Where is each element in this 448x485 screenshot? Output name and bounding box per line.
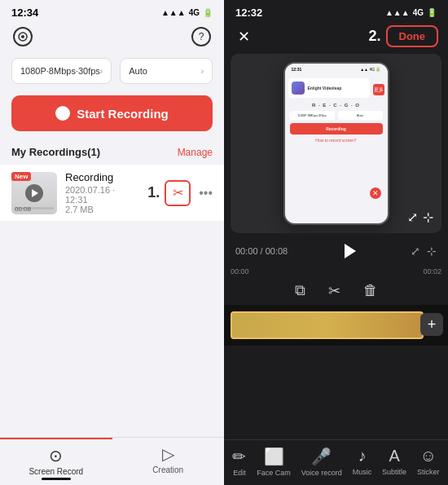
- nav-active-indicator: [42, 478, 71, 480]
- mockup-icons: ▲▲ 4G 🔋: [360, 67, 380, 72]
- music-tool[interactable]: ♪ Music: [353, 447, 372, 477]
- timeline-track[interactable]: [231, 311, 424, 339]
- battery-icon: 🔋: [203, 8, 213, 17]
- subtitle-label: Subtitle: [382, 468, 406, 476]
- timeline-add-button[interactable]: +: [420, 313, 443, 336]
- face-cam-tool[interactable]: ⬜ Face Cam: [257, 447, 291, 477]
- playback-bar: 00:00 / 00:08 ⤢ ⊹: [224, 233, 448, 266]
- record-dot-icon: [55, 106, 70, 121]
- more-options-button[interactable]: •••: [199, 186, 213, 201]
- left-status-bar: 12:34 ▲▲▲ 4G 🔋: [0, 0, 224, 22]
- mockup-app-header: Enlight Videoleap: [288, 78, 370, 98]
- play-overlay[interactable]: [25, 184, 43, 202]
- split-icon[interactable]: ✂: [328, 282, 340, 300]
- timestamp-row: 00:00 00:02: [224, 266, 448, 277]
- creation-icon: ▷: [162, 444, 174, 464]
- recording-info: Recording 2020.07.16 · 12:31 2.7 MB: [65, 171, 139, 214]
- mockup-help-link: How to record screen?: [288, 138, 384, 143]
- mockup-options: 1080P·8Mbps·30fps Auto: [290, 111, 383, 120]
- face-cam-label: Face Cam: [257, 469, 291, 477]
- music-label: Music: [353, 468, 372, 476]
- record-circle-icon[interactable]: [13, 27, 33, 46]
- timeline-area: +: [224, 305, 448, 346]
- nav-screen-record[interactable]: ⊙ Screen Record: [0, 438, 112, 485]
- help-icon[interactable]: ?: [191, 27, 211, 46]
- start-recording-label: Start Recording: [77, 107, 169, 121]
- time-display: 00:00 / 00:08: [235, 246, 288, 256]
- left-options: 1080P·8Mbps·30fps › Auto ›: [0, 58, 224, 84]
- recording-item: New 00:08 Recording 2020.07.16 · 12:31 2…: [0, 165, 224, 221]
- audio-option[interactable]: Auto ›: [120, 58, 213, 84]
- svg-point-1: [21, 35, 24, 38]
- thumbnail-container: New 00:08: [11, 172, 57, 214]
- crop-icon[interactable]: ⊹: [423, 209, 433, 225]
- crop-remove-button[interactable]: ✕: [370, 187, 381, 199]
- recordings-title: My Recordings(1): [11, 146, 100, 158]
- music-icon: ♪: [358, 447, 366, 465]
- copy-icon[interactable]: ⧉: [295, 282, 305, 300]
- quality-option[interactable]: 1080P·8Mbps·30fps ›: [11, 58, 112, 84]
- play-button[interactable]: [338, 240, 361, 262]
- right-signal-icon: ▲▲▲: [385, 8, 410, 17]
- subtitle-tool[interactable]: A Subtitle: [382, 447, 406, 477]
- my-recordings-header: My Recordings(1) Manage: [0, 143, 224, 165]
- left-time: 12:34: [11, 7, 38, 19]
- grid-icon[interactable]: ⊹: [427, 245, 437, 258]
- mockup-audio: Auto: [338, 111, 383, 120]
- recording-name: Recording: [65, 171, 139, 183]
- delete-icon[interactable]: 🗑: [363, 282, 378, 300]
- scissors-icon: ✂: [173, 185, 183, 201]
- step2-label: 2.: [368, 28, 380, 45]
- right-time: 12:32: [235, 7, 262, 19]
- done-button[interactable]: Done: [386, 25, 439, 47]
- voice-record-label: Voice record: [301, 469, 342, 477]
- microphone-icon: 🎤: [311, 447, 332, 466]
- app-name: Enlight Videoleap: [308, 86, 342, 90]
- start-recording-button[interactable]: Start Recording: [11, 95, 213, 131]
- timeline-controls: ⧉ ✂ 🗑: [224, 277, 448, 305]
- right-top-bar: ✕ 2. Done: [224, 22, 448, 54]
- right-panel: 12:32 ▲▲▲ 4G 🔋 ✕ 2. Done 12:31 ▲▲ 4G 🔋: [224, 0, 448, 485]
- edit-label: Edit: [233, 469, 246, 477]
- sticker-icon: ☺: [420, 447, 437, 465]
- quality-label: 1080P·8Mbps·30fps: [20, 66, 100, 76]
- new-badge: New: [11, 172, 31, 181]
- voice-record-tool[interactable]: 🎤 Voice record: [301, 447, 342, 477]
- preview-area: 12:31 ▲▲ 4G 🔋 Enlight Videoleap 更多 R · E…: [231, 54, 441, 233]
- edit-tool[interactable]: ✏ Edit: [232, 447, 246, 477]
- step1-area: 1. ✂: [147, 180, 191, 206]
- expand-icon[interactable]: ⤢: [411, 245, 420, 258]
- scissors-button[interactable]: ✂: [165, 180, 191, 206]
- mockup-time: 12:31: [292, 67, 302, 72]
- left-nav: ⊙ Screen Record ▷ Creation: [0, 437, 224, 485]
- timestamp-end: 00:02: [336, 267, 442, 276]
- right-network-icon: 4G: [413, 8, 424, 17]
- fullscreen-icon[interactable]: ⤢: [407, 209, 418, 225]
- mockup-content: Enlight Videoleap 更多 R · E · C · G · O 1…: [285, 75, 388, 146]
- step1-label: 1.: [147, 184, 160, 201]
- right-status-bar: 12:32 ▲▲▲ 4G 🔋: [224, 0, 448, 22]
- recording-date: 2020.07.16 · 12:31: [65, 185, 115, 205]
- screen-record-icon: ⊙: [49, 446, 63, 465]
- playback-icons: ⤢ ⊹: [411, 245, 437, 258]
- manage-button[interactable]: Manage: [178, 147, 213, 158]
- mockup-rec-btn: Recording: [290, 123, 383, 134]
- edit-icon: ✏: [232, 447, 246, 466]
- phone-mockup: 12:31 ▲▲ 4G 🔋 Enlight Videoleap 更多 R · E…: [283, 62, 389, 225]
- sticker-label: Sticker: [417, 468, 440, 476]
- screen-record-label: Screen Record: [29, 467, 83, 476]
- left-panel: 12:34 ▲▲▲ 4G 🔋 ? 1080P·8Mbps·30fps › Aut…: [0, 0, 224, 485]
- face-cam-icon: ⬜: [264, 447, 284, 466]
- step2-done-area: 2. Done: [368, 25, 438, 47]
- audio-label: Auto: [129, 66, 147, 76]
- left-top-icons: ?: [0, 22, 224, 51]
- mockup-title: R · E · C · G · O: [288, 103, 384, 108]
- sticker-tool[interactable]: ☺ Sticker: [417, 447, 440, 477]
- right-battery-icon: 🔋: [427, 8, 437, 17]
- mockup-quality: 1080P·8Mbps·30fps: [290, 111, 335, 120]
- bottom-toolbar: ✏ Edit ⬜ Face Cam 🎤 Voice record ♪ Music…: [224, 439, 448, 485]
- mockup-recording-label: Recording: [326, 126, 346, 131]
- play-triangle-icon: [345, 244, 356, 258]
- close-button[interactable]: ✕: [234, 27, 253, 46]
- nav-creation[interactable]: ▷ Creation: [112, 438, 225, 485]
